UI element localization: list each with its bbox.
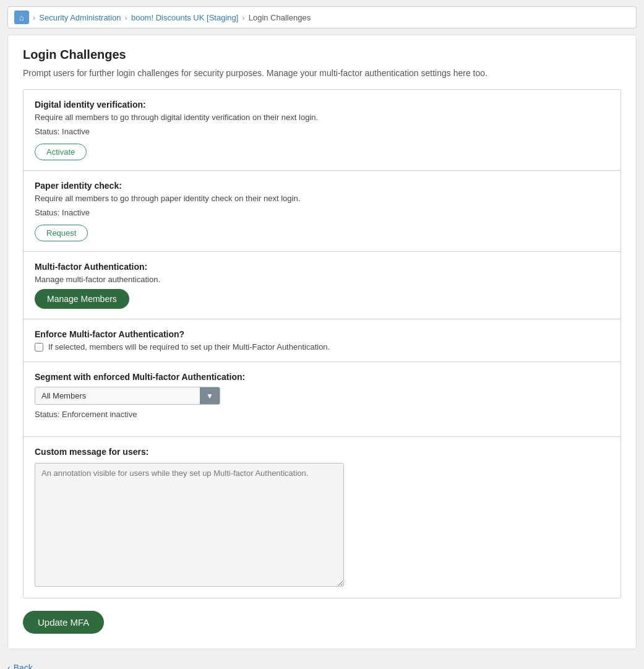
digital-identity-status: Status: Inactive	[35, 127, 609, 136]
request-button[interactable]: Request	[35, 225, 88, 241]
breadcrumb-staging[interactable]: boom! Discounts UK [Staging]	[131, 13, 238, 22]
back-link[interactable]: ‹ Back	[7, 663, 33, 669]
mfa-section: Multi-factor Authentication: Manage mult…	[24, 251, 620, 319]
paper-identity-title: Paper identity check:	[35, 181, 609, 191]
main-card: Login Challenges Prompt users for furthe…	[7, 35, 637, 649]
enforce-mfa-checkbox-label: If selected, members will be required to…	[48, 342, 330, 352]
custom-message-textarea[interactable]	[35, 463, 344, 587]
breadcrumb-sep-2: ›	[125, 13, 127, 22]
digital-identity-desc: Require all members to go through digita…	[35, 113, 609, 122]
paper-identity-desc: Require all members to go through paper …	[35, 194, 609, 203]
enforce-mfa-section: Enforce Multi-factor Authentication? If …	[24, 319, 620, 362]
sections-container: Digital identity verification: Require a…	[23, 89, 621, 598]
segment-select-wrapper: All Members ▼	[35, 387, 220, 405]
breadcrumb-sep-1: ›	[33, 13, 35, 22]
segment-title: Segment with enforced Multi-factor Authe…	[35, 372, 609, 382]
mfa-title: Multi-factor Authentication:	[35, 262, 609, 272]
digital-identity-section: Digital identity verification: Require a…	[24, 90, 620, 171]
paper-identity-status: Status: Inactive	[35, 208, 609, 217]
segment-select-value: All Members	[35, 387, 200, 404]
page-description: Prompt users for further login challenge…	[23, 68, 621, 78]
page-title: Login Challenges	[23, 48, 621, 62]
custom-message-section: Custom message for users:	[24, 436, 620, 598]
segment-status: Status: Enforcement inactive	[35, 410, 609, 419]
digital-identity-title: Digital identity verification:	[35, 100, 609, 110]
enforce-mfa-checkbox-row: If selected, members will be required to…	[35, 342, 609, 352]
update-mfa-button[interactable]: Update MFA	[23, 611, 104, 634]
enforce-mfa-checkbox[interactable]	[35, 343, 43, 352]
breadcrumb-sep-3: ›	[242, 13, 244, 22]
manage-members-button[interactable]: Manage Members	[35, 289, 129, 309]
paper-identity-section: Paper identity check: Require all member…	[24, 170, 620, 252]
custom-message-title: Custom message for users:	[35, 447, 609, 457]
segment-dropdown-arrow[interactable]: ▼	[200, 387, 220, 404]
segment-section: Segment with enforced Multi-factor Authe…	[24, 361, 620, 437]
back-chevron-icon: ‹	[7, 663, 11, 669]
breadcrumb-security-admin[interactable]: Security Administration	[39, 13, 121, 22]
mfa-desc: Manage multi-factor authentication.	[35, 275, 609, 284]
breadcrumb: ⌂ › Security Administration › boom! Disc…	[7, 6, 637, 28]
enforce-mfa-title: Enforce Multi-factor Authentication?	[35, 329, 609, 339]
home-icon[interactable]: ⌂	[14, 11, 29, 24]
back-label: Back	[14, 663, 33, 669]
activate-button[interactable]: Activate	[35, 144, 87, 160]
breadcrumb-current: Login Challenges	[249, 13, 311, 22]
